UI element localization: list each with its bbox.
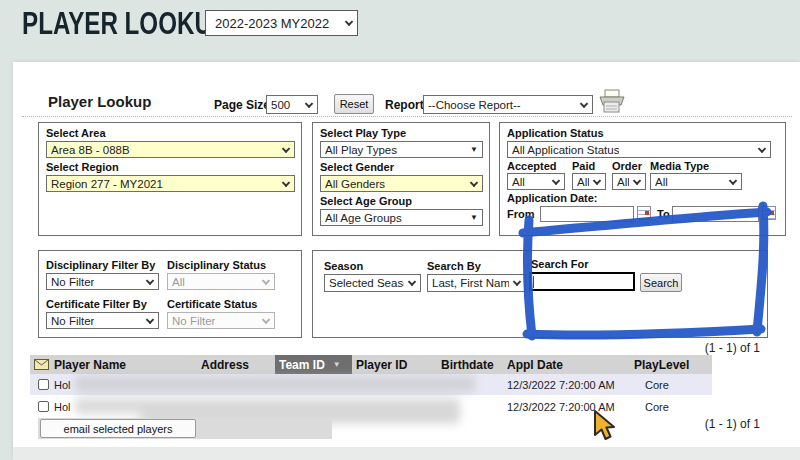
certificate-filter-label: Certificate Filter By	[46, 298, 147, 310]
membership-year-value: 2022-2023 MY2022	[215, 16, 329, 31]
chevron-down-icon	[729, 176, 737, 184]
column-header-address[interactable]: Address	[197, 355, 275, 374]
application-date-label: Application Date:	[507, 192, 597, 204]
accepted-value: All	[512, 176, 525, 188]
search-box: Season Selected Season Search By Last, F…	[312, 250, 768, 338]
membership-year-select[interactable]: 2022-2023 MY2022	[205, 10, 358, 36]
play-level-cell: Core	[630, 379, 712, 391]
column-header-player-name[interactable]: Player Name	[50, 355, 197, 374]
row-checkbox[interactable]	[38, 379, 49, 390]
email-all-icon-cell[interactable]	[30, 355, 50, 374]
certificate-filter-select[interactable]: No Filter	[46, 312, 159, 329]
chevron-down-icon	[282, 144, 290, 152]
search-by-value: Last, First Name	[432, 277, 509, 289]
dropdown-arrow-icon: ▼	[470, 145, 478, 153]
printer-icon[interactable]	[597, 88, 627, 116]
row-checkbox[interactable]	[38, 401, 49, 412]
column-header-team-id-label: Team ID	[279, 358, 325, 372]
order-value: All	[617, 176, 629, 188]
chevron-down-icon	[262, 315, 270, 323]
gender-value: All Genders	[325, 178, 385, 190]
age-group-label: Select Age Group	[320, 195, 412, 207]
search-by-label: Search By	[427, 260, 481, 272]
panel-footer-strip	[13, 447, 800, 460]
chevron-down-icon	[282, 178, 290, 186]
accepted-select[interactable]: All	[507, 173, 565, 190]
search-for-input[interactable]	[529, 272, 635, 291]
result-count-bottom: (1 - 1) of 1	[600, 417, 760, 431]
paid-value: All	[577, 176, 589, 188]
calendar-icon[interactable]	[637, 206, 651, 220]
chevron-down-icon	[262, 276, 270, 284]
gender-label: Select Gender	[320, 161, 394, 173]
area-value: Area 8B - 088B	[51, 144, 130, 156]
play-type-label: Select Play Type	[320, 127, 406, 139]
column-header-player-id[interactable]: Player ID	[352, 355, 437, 374]
application-status-select[interactable]: All Application Status	[507, 141, 771, 158]
chevron-down-icon	[146, 276, 154, 284]
area-region-box: Select Area Area 8B - 088B Select Region…	[38, 122, 302, 236]
paid-label: Paid	[572, 160, 595, 172]
search-button[interactable]: Search	[640, 273, 682, 292]
chevron-down-icon	[305, 99, 313, 107]
date-from-input[interactable]	[540, 206, 634, 222]
redacted-data	[75, 376, 475, 392]
result-count-top: (1 - 1) of 1	[600, 341, 760, 355]
report-select[interactable]: --Choose Report--	[423, 95, 593, 114]
certificate-filter-value: No Filter	[51, 315, 94, 327]
chevron-down-icon	[345, 18, 353, 26]
disciplinary-filter-value: No Filter	[51, 276, 94, 288]
accepted-label: Accepted	[507, 160, 557, 172]
play-type-select[interactable]: All Play Types ▼	[320, 141, 483, 158]
chevron-down-icon	[408, 278, 416, 286]
disciplinary-status-value: All	[172, 276, 185, 288]
chevron-down-icon	[593, 176, 601, 184]
area-label: Select Area	[46, 127, 106, 139]
search-by-select[interactable]: Last, First Name	[427, 274, 526, 292]
chevron-down-icon	[513, 278, 521, 286]
season-value: Selected Season	[329, 277, 404, 289]
play-level-cell: Core	[630, 401, 712, 413]
sort-descending-icon: ▼	[333, 360, 341, 369]
search-for-label: Search For	[531, 258, 588, 270]
column-header-birthdate[interactable]: Birthdate	[437, 355, 503, 374]
order-select[interactable]: All	[612, 173, 646, 190]
table-header-row: Player Name Address Team ID ▼ Player ID …	[30, 355, 712, 374]
date-to-input[interactable]	[672, 206, 759, 222]
email-selected-players-button[interactable]: email selected players	[40, 419, 196, 438]
order-label: Order	[612, 160, 642, 172]
region-select[interactable]: Region 277 - MY2021	[46, 175, 295, 192]
reset-button[interactable]: Reset	[334, 94, 374, 114]
play-type-box: Select Play Type All Play Types ▼ Select…	[312, 122, 490, 236]
appl-date-cell: 12/3/2022 7:20:00 AM	[503, 379, 630, 391]
region-value: Region 277 - MY2021	[51, 178, 163, 190]
season-select[interactable]: Selected Season	[324, 274, 421, 292]
paid-select[interactable]: All	[572, 173, 606, 190]
media-type-select[interactable]: All	[650, 173, 742, 190]
text-caret	[533, 276, 534, 288]
chevron-down-icon	[580, 99, 588, 107]
media-type-label: Media Type	[650, 160, 709, 172]
date-from-label: From	[507, 208, 535, 220]
certificate-status-value: No Filter	[172, 315, 215, 327]
application-status-label: Application Status	[507, 127, 604, 139]
age-group-value: All Age Groups	[325, 212, 402, 224]
page-title: PLAYER LOOKUP	[22, 6, 228, 42]
gender-select[interactable]: All Genders	[320, 175, 483, 192]
page-size-select[interactable]: 500	[266, 95, 318, 114]
column-header-team-id[interactable]: Team ID ▼	[275, 355, 352, 374]
disciplinary-status-label: Disciplinary Status	[167, 259, 266, 271]
certificate-status-select: No Filter	[167, 312, 275, 329]
age-group-select[interactable]: All Age Groups ▼	[320, 209, 483, 226]
column-header-appl-date[interactable]: Appl Date	[503, 355, 630, 374]
date-to-label: To	[657, 208, 670, 220]
disciplinary-filter-select[interactable]: No Filter	[46, 273, 159, 290]
column-header-play-level[interactable]: PlayLevel	[630, 355, 712, 374]
chevron-down-icon	[470, 178, 478, 186]
area-select[interactable]: Area 8B - 088B	[46, 141, 295, 158]
disciplinary-status-select: All	[167, 273, 275, 290]
region-label: Select Region	[46, 161, 119, 173]
chevron-down-icon	[633, 176, 641, 184]
calendar-icon[interactable]	[762, 206, 776, 220]
dropdown-arrow-icon: ▼	[470, 213, 478, 221]
